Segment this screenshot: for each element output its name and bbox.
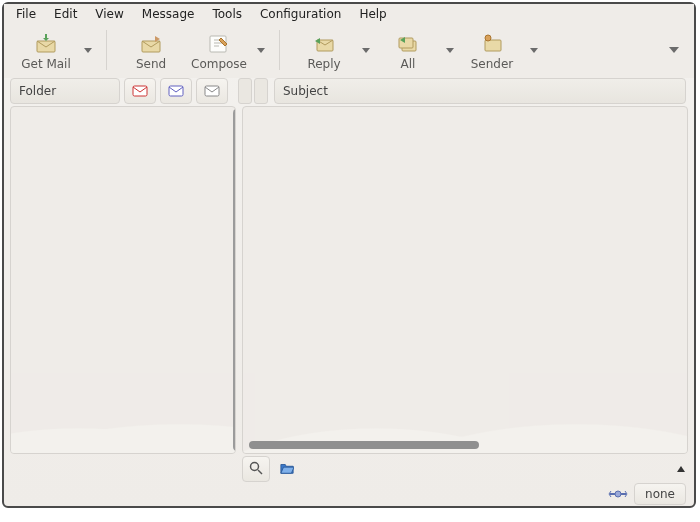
column-headers: Folder Subject (4, 78, 694, 104)
menu-file[interactable]: File (7, 5, 45, 23)
mail-receive-icon (34, 32, 58, 56)
menu-message[interactable]: Message (133, 5, 204, 23)
connection-status-icon[interactable] (608, 488, 628, 500)
folder-open-icon (280, 461, 294, 478)
send-label: Send (136, 57, 166, 71)
menu-configuration[interactable]: Configuration (251, 5, 350, 23)
compose-icon (207, 32, 231, 56)
subject-column-header[interactable]: Subject (274, 78, 686, 104)
svg-point-12 (615, 491, 621, 497)
reply-sender-icon (480, 32, 504, 56)
compose-dropdown[interactable] (253, 27, 269, 73)
folder-column-header[interactable]: Folder (10, 78, 120, 104)
search-icon (249, 461, 263, 478)
get-mail-label: Get Mail (21, 57, 71, 71)
toolbar-overflow-dropdown[interactable] (662, 47, 686, 53)
reply-dropdown[interactable] (358, 27, 374, 73)
toolbar-separator (106, 30, 107, 70)
menu-tools[interactable]: Tools (203, 5, 251, 23)
svg-rect-6 (485, 40, 501, 51)
collapse-up-button[interactable] (674, 466, 688, 472)
svg-point-7 (485, 35, 491, 41)
mail-send-icon (139, 32, 163, 56)
svg-rect-8 (133, 86, 147, 96)
search-button[interactable] (242, 456, 270, 482)
pane-splitter-handle-1[interactable] (238, 78, 252, 104)
status-label[interactable]: none (634, 483, 686, 505)
send-button[interactable]: Send (117, 26, 185, 74)
background-wave-decoration (11, 373, 235, 453)
get-mail-dropdown[interactable] (80, 27, 96, 73)
menubar: File Edit View Message Tools Configurati… (4, 4, 694, 24)
get-mail-button[interactable]: Get Mail (12, 26, 80, 74)
folder-pane-scrollbar[interactable] (233, 109, 236, 451)
reply-sender-label: Sender (471, 57, 514, 71)
status-text: none (645, 487, 675, 501)
bottom-toolstrip (4, 456, 694, 482)
subject-column-label: Subject (283, 84, 328, 98)
mail-filter-button-2[interactable] (160, 78, 192, 104)
status-bar: none (4, 482, 694, 506)
mail-filter-button-3[interactable] (196, 78, 228, 104)
toolbar: Get Mail Send Compose (4, 24, 694, 78)
svg-point-11 (251, 462, 259, 470)
reply-sender-button[interactable]: Sender (458, 26, 526, 74)
reply-icon (312, 32, 336, 56)
pane-splitter-handle-2[interactable] (254, 78, 268, 104)
menu-edit[interactable]: Edit (45, 5, 86, 23)
reply-all-button[interactable]: All (374, 26, 442, 74)
folder-column-label: Folder (19, 84, 56, 98)
reply-all-label: All (401, 57, 416, 71)
folder-tree-pane[interactable] (10, 106, 236, 454)
mail-filter-button-1[interactable] (124, 78, 156, 104)
reply-all-icon (396, 32, 420, 56)
main-panes (4, 104, 694, 456)
folder-open-button[interactable] (274, 457, 300, 481)
reply-all-dropdown[interactable] (442, 27, 458, 73)
toolbar-separator-2 (279, 30, 280, 70)
compose-label: Compose (191, 57, 247, 71)
svg-rect-9 (169, 86, 183, 96)
compose-button[interactable]: Compose (185, 26, 253, 74)
svg-rect-10 (205, 86, 219, 96)
menu-help[interactable]: Help (350, 5, 395, 23)
reply-label: Reply (307, 57, 340, 71)
menu-view[interactable]: View (86, 5, 132, 23)
reply-sender-dropdown[interactable] (526, 27, 542, 73)
message-pane-hscrollbar[interactable] (249, 441, 479, 449)
message-list-pane[interactable] (242, 106, 688, 454)
reply-button[interactable]: Reply (290, 26, 358, 74)
